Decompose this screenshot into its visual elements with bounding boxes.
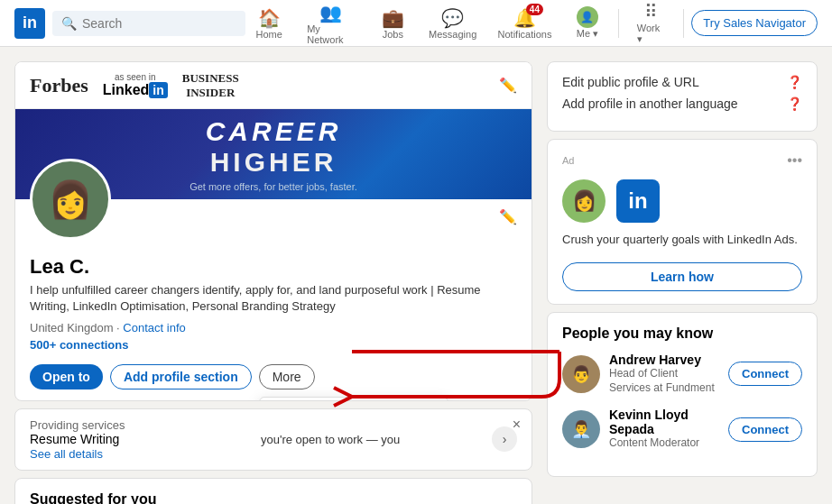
nav-messaging-label: Messaging [429,29,476,40]
edit-profile-url-link[interactable]: Edit public profile & URL ❓ [562,75,802,89]
ad-avatar: 👩 [562,179,606,223]
nav-me[interactable]: 👤 Me ▾ [564,0,611,47]
main-layout: Forbes as seen in Linked in BUSINESS INS… [0,61,832,504]
nav-divider [618,9,619,38]
search-input[interactable] [82,16,236,31]
nav-messaging[interactable]: 💬 Messaging [420,0,485,47]
pymk-title-1: Head of Client Services at Fundment [609,367,719,395]
nav-notifications-label: Notifications [498,29,552,40]
linkedin-as-seen: as seen in Linked in [103,72,168,98]
right-column: Edit public profile & URL ❓ Add profile … [547,61,818,504]
services-title: Providing services [30,418,241,432]
left-column: Forbes as seen in Linked in BUSINESS INS… [14,61,532,504]
ad-linkedin-logo: in [616,179,660,223]
media-strip: Forbes as seen in Linked in BUSINESS INS… [15,62,532,109]
linkedin-text: Linked [103,82,150,98]
ad-text: Crush your quarterly goals with LinkedIn… [562,232,802,248]
open-to-button[interactable]: Open to [30,364,103,389]
connections-link[interactable]: 500+ connections [30,338,517,352]
pymk-title: People you may know [562,325,802,342]
services-content: Providing services Resume Writing See al… [30,418,241,461]
ad-header: Ad ••• [562,152,802,169]
pymk-info-1: Andrew Harvey Head of Client Services at… [609,353,719,395]
me-avatar: 👤 [577,6,598,28]
linkedin-in-logo: in [149,82,167,98]
navbar: in 🔍 🏠 Home 👥 My Network 💼 Jobs 💬 Messag… [0,0,832,47]
profile-url-card: Edit public profile & URL ❓ Add profile … [547,61,818,132]
suggested-card: Suggested for you 👁 Private to you [14,478,532,504]
profile-headline: I help unfulfilled career changers ident… [30,282,517,315]
see-all-details-link[interactable]: See all details [30,447,103,461]
nav-work[interactable]: ⠿ Work ▾ [626,0,677,47]
open-to-work-text: you're open to work — you [252,433,481,446]
connect-button-2[interactable]: Connect [728,417,802,442]
notifications-badge: 44 [526,4,543,15]
profile-name: Lea C. [30,255,517,279]
search-icon: 🔍 [61,16,77,31]
help-icon-edit: ❓ [787,75,802,89]
banner-tagline: Get more offers, for better jobs, faster… [190,181,357,192]
jobs-icon: 💼 [382,7,404,29]
pymk-person-1: 👨 Andrew Harvey Head of Client Services … [562,353,802,395]
add-profile-section-button[interactable]: Add profile section [110,364,252,389]
nav-divider-2 [683,9,684,38]
network-icon: 👥 [319,2,342,23]
pymk-person-2: 👨‍💼 Kevinn Lloyd Sepada Content Moderato… [562,408,802,451]
banner-higher: HIGHER [190,147,357,178]
add-language-link[interactable]: Add profile in another language ❓ [562,96,802,111]
ad-card: Ad ••• 👩 in Crush your quarterly goals w… [547,139,818,305]
open-to-work-banner: Providing services Resume Writing See al… [14,408,532,471]
try-sales-button[interactable]: Try Sales Navigator [691,10,818,36]
nav-home[interactable]: 🏠 Home [245,0,292,47]
pymk-name-1: Andrew Harvey [609,353,719,367]
more-button[interactable]: More [259,364,315,389]
pymk-name-2: Kevinn Lloyd Sepada [609,408,719,436]
profile-location: United Kingdom · Contact info [30,321,517,334]
ad-label: Ad [562,155,574,166]
nav-work-label: Work ▾ [637,23,666,45]
learn-how-button[interactable]: Learn how [562,262,802,291]
services-name: Resume Writing [30,432,241,446]
help-icon-language: ❓ [787,96,802,111]
profile-info-area: 👩 ✏️ Lea C. I help unfulfilled career ch… [15,199,532,399]
avatar-image: 👩 [48,179,93,221]
business-insider-logo: BUSINESS INSIDER [182,71,239,99]
banner-text: CAREER HIGHER Get more offers, for bette… [190,116,357,192]
media-edit-icon[interactable]: ✏️ [499,77,517,94]
banner-close-button[interactable]: × [513,417,521,433]
ad-options-icon[interactable]: ••• [787,152,802,169]
nav-home-label: Home [256,29,282,40]
forbes-logo: Forbes [30,74,88,97]
nav-jobs[interactable]: 💼 Jobs [369,0,416,47]
nav-items: 🏠 Home 👥 My Network 💼 Jobs 💬 Messaging 🔔… [245,0,818,47]
add-language-text: Add profile in another language [562,96,738,111]
profile-avatar: 👩 [30,159,111,240]
banner-career: CAREER [190,116,357,147]
home-icon: 🏠 [258,7,281,29]
people-you-may-know-card: People you may know 👨 Andrew Harvey Head… [547,312,818,477]
notifications-icon: 🔔 44 [513,7,536,29]
nav-me-label: Me ▾ [577,28,598,40]
suggested-title: Suggested for you [30,491,517,504]
linkedin-logo: in [14,8,45,39]
pymk-avatar-1: 👨 [562,355,600,393]
nav-jobs-label: Jobs [383,29,403,40]
pymk-info-2: Kevinn Lloyd Sepada Content Moderator [609,408,719,451]
profile-edit-pencil[interactable]: ✏️ [499,208,517,225]
as-seen-in-text: as seen in [115,72,156,82]
nav-notifications[interactable]: 🔔 44 Notifications [489,0,560,47]
dropdown-menu: ↩️ Share profile in a message ⬇️ Save to… [259,397,448,401]
more-dropdown-wrapper: More ↩️ Share profile in a message ⬇️ Sa… [259,364,315,389]
edit-profile-url-text: Edit public profile & URL [562,75,699,89]
nav-my-network[interactable]: 👥 My Network [296,0,365,47]
connect-button-1[interactable]: Connect [728,362,802,386]
profile-actions: Open to Add profile section More ↩️ Shar… [30,364,517,389]
search-bar[interactable]: 🔍 [52,11,245,36]
nav-network-label: My Network [307,23,355,45]
profile-card: Forbes as seen in Linked in BUSINESS INS… [14,61,532,401]
work-icon: ⠿ [644,1,658,23]
pymk-title-2: Content Moderator [609,436,719,451]
ad-content: 👩 in [562,179,802,223]
messaging-icon: 💬 [441,7,464,29]
contact-info-link[interactable]: Contact info [123,321,185,334]
